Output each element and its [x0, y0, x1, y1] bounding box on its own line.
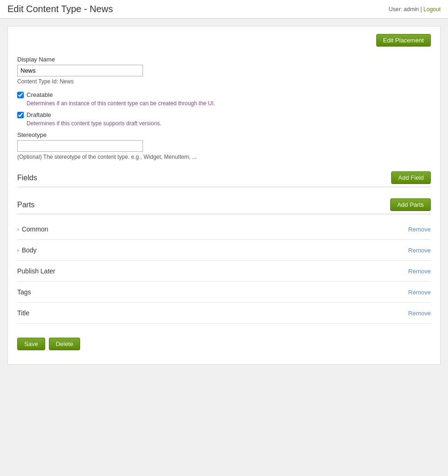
parts-list: ›CommonRemove›BodyRemovePublish LaterRem…: [17, 219, 431, 324]
part-row-left: Tags: [17, 288, 31, 296]
part-name: Common: [22, 225, 48, 233]
part-row-left: ›Body: [17, 246, 37, 254]
remove-part-link[interactable]: Remove: [408, 289, 431, 296]
stereotype-label: Stereotype: [17, 131, 431, 138]
creatable-group: Creatable Determines if an instance of t…: [17, 91, 431, 107]
add-parts-button[interactable]: Add Parts: [390, 198, 431, 211]
edit-placement-button[interactable]: Edit Placement: [376, 34, 431, 47]
stereotype-hint: (Optional) The stereotype of the content…: [17, 154, 431, 160]
display-name-label: Display Name: [17, 56, 431, 63]
part-name: Title: [17, 309, 29, 317]
page-title: Edit Content Type - News: [7, 4, 113, 14]
creatable-label: Creatable: [27, 91, 53, 98]
page-header: Edit Content Type - News User: admin | L…: [0, 0, 448, 19]
remove-part-link[interactable]: Remove: [408, 310, 431, 317]
stereotype-input[interactable]: [17, 140, 143, 152]
footer-buttons: Save Delete: [17, 338, 431, 350]
fields-section-title: Fields: [17, 174, 37, 182]
top-bar: Edit Placement: [17, 34, 431, 47]
part-row-left: Title: [17, 309, 29, 317]
part-name: Tags: [17, 288, 31, 296]
draftable-hint: Determines if this content type supports…: [27, 120, 431, 127]
delete-button[interactable]: Delete: [49, 338, 81, 350]
content-type-id: Content Type Id: News: [17, 78, 431, 85]
remove-part-link[interactable]: Remove: [408, 226, 431, 233]
draftable-checkbox[interactable]: [17, 112, 24, 118]
user-label: User: admin: [389, 6, 419, 13]
fields-section-header: Fields Add Field: [17, 171, 431, 187]
draftable-group: Draftable Determines if this content typ…: [17, 111, 431, 127]
remove-part-link[interactable]: Remove: [408, 247, 431, 254]
part-name: Body: [22, 246, 37, 254]
chevron-right-icon[interactable]: ›: [17, 226, 19, 232]
parts-section-header: Parts Add Parts: [17, 198, 431, 214]
save-button[interactable]: Save: [17, 338, 45, 350]
display-name-input[interactable]: [17, 65, 143, 76]
parts-section-title: Parts: [17, 201, 34, 209]
part-row: TagsRemove: [17, 282, 431, 303]
part-row-left: Publish Later: [17, 267, 55, 275]
display-name-group: Display Name Content Type Id: News: [17, 56, 431, 85]
separator: |: [421, 6, 422, 13]
creatable-checkbox[interactable]: [17, 92, 24, 98]
part-row: ›BodyRemove: [17, 240, 431, 261]
add-field-button[interactable]: Add Field: [391, 171, 431, 184]
draftable-label: Draftable: [27, 111, 51, 118]
chevron-right-icon[interactable]: ›: [17, 247, 19, 253]
draftable-label-row: Draftable: [17, 111, 431, 118]
remove-part-link[interactable]: Remove: [408, 268, 431, 275]
main-content: Edit Placement Display Name Content Type…: [7, 26, 441, 365]
creatable-label-row: Creatable: [17, 91, 431, 98]
user-info: User: admin | Logout: [389, 6, 441, 13]
part-name: Publish Later: [17, 267, 55, 275]
part-row: ›CommonRemove: [17, 219, 431, 240]
logout-link[interactable]: Logout: [423, 6, 441, 13]
part-row: Publish LaterRemove: [17, 261, 431, 282]
stereotype-group: Stereotype (Optional) The stereotype of …: [17, 131, 431, 160]
part-row-left: ›Common: [17, 225, 48, 233]
creatable-hint: Determines if an instance of this conten…: [27, 100, 431, 107]
part-row: TitleRemove: [17, 303, 431, 324]
